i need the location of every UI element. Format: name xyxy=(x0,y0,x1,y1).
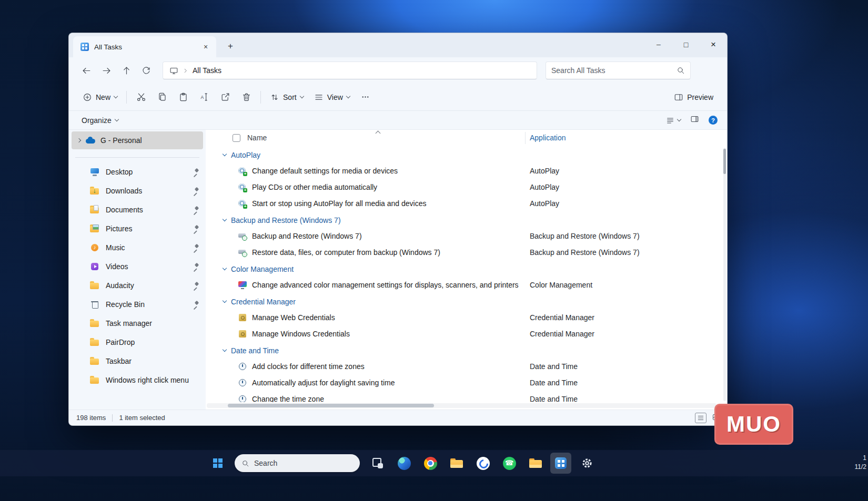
date-time-icon xyxy=(238,395,247,402)
whatsapp-icon xyxy=(503,457,516,470)
sidebar-item-music[interactable]: Music xyxy=(69,238,206,257)
task-row[interactable]: Change default settings for media or dev… xyxy=(206,163,720,179)
copy-button[interactable] xyxy=(152,88,173,107)
expand-chevron-icon xyxy=(77,138,81,142)
help-button[interactable] xyxy=(709,116,718,125)
explorer-search-box[interactable] xyxy=(546,62,691,79)
collapse-chevron-icon xyxy=(223,152,227,156)
column-header-name[interactable]: Name xyxy=(247,134,267,142)
horizontal-scrollbar[interactable] xyxy=(207,403,716,408)
taskbar-search[interactable]: Search xyxy=(235,454,360,472)
new-label: New xyxy=(96,93,110,101)
sidebar-item-task-manager[interactable]: Task manager xyxy=(69,314,206,333)
control-panel-icon xyxy=(80,43,89,51)
delete-button[interactable] xyxy=(236,88,257,107)
task-row[interactable]: Change the time zone Date and Time xyxy=(206,391,720,402)
task-name: Backup and Restore (Windows 7) xyxy=(252,232,362,240)
up-button[interactable] xyxy=(116,61,136,80)
close-button[interactable] xyxy=(700,33,727,56)
sidebar-item-pairdrop[interactable]: PairDrop xyxy=(69,333,206,352)
muo-watermark-text: MUO xyxy=(726,412,781,437)
layout-options-button[interactable] xyxy=(666,116,681,125)
group-header-credential-manager[interactable]: Credential Manager xyxy=(206,293,720,310)
file-explorer-button[interactable] xyxy=(446,453,467,474)
all-tasks-app-button[interactable] xyxy=(550,453,571,474)
sidebar-item-documents[interactable]: Documents xyxy=(69,200,206,219)
view-button[interactable]: View xyxy=(309,88,355,107)
vertical-scrollbar[interactable] xyxy=(723,148,726,401)
task-application: Date and Time xyxy=(530,362,578,371)
settings-button[interactable] xyxy=(577,453,598,474)
whatsapp-button[interactable] xyxy=(499,453,520,474)
sidebar-item-downloads[interactable]: Downloads xyxy=(69,181,206,200)
sidebar-item-pictures[interactable]: Pictures xyxy=(69,219,206,238)
paste-button[interactable] xyxy=(173,88,194,107)
sidebar-item-windows-right-click-menu[interactable]: Windows right click menu xyxy=(69,371,206,390)
tab-all-tasks[interactable]: All Tasks xyxy=(73,36,216,57)
new-tab-button[interactable] xyxy=(224,39,237,53)
task-row[interactable]: Add clocks for different time zones Date… xyxy=(206,359,720,375)
search-icon xyxy=(241,459,249,467)
sidebar-item-desktop[interactable]: Desktop xyxy=(69,162,206,181)
start-button[interactable] xyxy=(207,453,228,474)
task-row[interactable]: Manage Web Credentials Credential Manage… xyxy=(206,310,720,326)
search-input[interactable] xyxy=(551,66,677,75)
column-header-application[interactable]: Application xyxy=(530,134,566,142)
minimize-button[interactable] xyxy=(645,33,672,56)
rename-button[interactable]: A xyxy=(194,88,215,107)
task-row[interactable]: Automatically adjust for daylight saving… xyxy=(206,375,720,391)
sidebar-item-recycle-bin[interactable]: Recycle Bin xyxy=(69,295,206,314)
group-header-backup-restore[interactable]: Backup and Restore (Windows 7) xyxy=(206,212,720,228)
chrome-browser-button[interactable] xyxy=(420,453,441,474)
chevron-down-icon xyxy=(114,94,118,98)
details-view-toggle[interactable] xyxy=(695,413,706,423)
maximize-button[interactable] xyxy=(672,33,700,56)
share-button[interactable] xyxy=(215,88,236,107)
sidebar-item-videos[interactable]: Videos xyxy=(69,257,206,276)
back-button[interactable] xyxy=(76,61,96,80)
windows-logo-icon xyxy=(213,458,223,468)
autoplay-icon xyxy=(238,199,247,208)
task-application: Credential Manager xyxy=(530,313,594,322)
folder-app-button[interactable] xyxy=(525,453,546,474)
taskbar-clock[interactable]: 1 11/2 xyxy=(855,454,866,472)
preview-button[interactable]: Preview xyxy=(669,88,719,107)
panel-icon xyxy=(690,115,699,124)
sidebar-separator xyxy=(75,157,199,158)
task-view-icon xyxy=(372,458,383,468)
group-title: AutoPlay xyxy=(231,151,260,159)
cut-button[interactable] xyxy=(130,88,152,107)
task-row[interactable]: Backup and Restore (Windows 7) Backup an… xyxy=(206,228,720,244)
group-header-color-management[interactable]: Color Management xyxy=(206,261,720,277)
new-button[interactable]: New xyxy=(77,88,123,107)
address-bar[interactable]: All Tasks xyxy=(163,62,537,79)
sidebar-item-onedrive[interactable]: G - Personal xyxy=(72,131,203,149)
group-header-autoplay[interactable]: AutoPlay xyxy=(206,147,720,163)
task-view-button[interactable] xyxy=(367,453,388,474)
task-row[interactable]: Restore data, files, or computer from ba… xyxy=(206,244,720,261)
preview-pane-button[interactable] xyxy=(690,115,699,126)
swirl-app-button[interactable] xyxy=(472,453,493,474)
task-row[interactable]: Change advanced color management setting… xyxy=(206,277,720,293)
group-header-date-and-time[interactable]: Date and Time xyxy=(206,342,720,359)
task-row[interactable]: Manage Windows Credentials Credential Ma… xyxy=(206,326,720,342)
task-application: Credential Manager xyxy=(530,330,594,338)
sidebar-item-taskbar[interactable]: Taskbar xyxy=(69,352,206,371)
forward-button[interactable] xyxy=(96,61,116,80)
refresh-button[interactable] xyxy=(136,61,156,80)
sort-button[interactable]: Sort xyxy=(265,88,309,107)
organize-button[interactable]: Organize xyxy=(78,111,122,130)
select-all-checkbox[interactable] xyxy=(233,134,240,142)
credential-manager-icon xyxy=(238,330,247,338)
tab-close-icon[interactable] xyxy=(200,42,211,52)
horizontal-scrollbar-thumb[interactable] xyxy=(228,404,434,407)
more-options-button[interactable] xyxy=(355,88,376,107)
navigation-bar: All Tasks xyxy=(69,57,727,84)
edge-browser-button[interactable] xyxy=(393,453,415,474)
task-row[interactable]: Play CDs or other media automatically Au… xyxy=(206,179,720,196)
column-divider[interactable] xyxy=(525,132,526,144)
vertical-scrollbar-thumb[interactable] xyxy=(723,149,726,174)
sidebar-item-audacity[interactable]: Audacity xyxy=(69,276,206,295)
task-row[interactable]: Start or stop using AutoPlay for all med… xyxy=(206,196,720,212)
list-view-icon xyxy=(697,414,704,422)
